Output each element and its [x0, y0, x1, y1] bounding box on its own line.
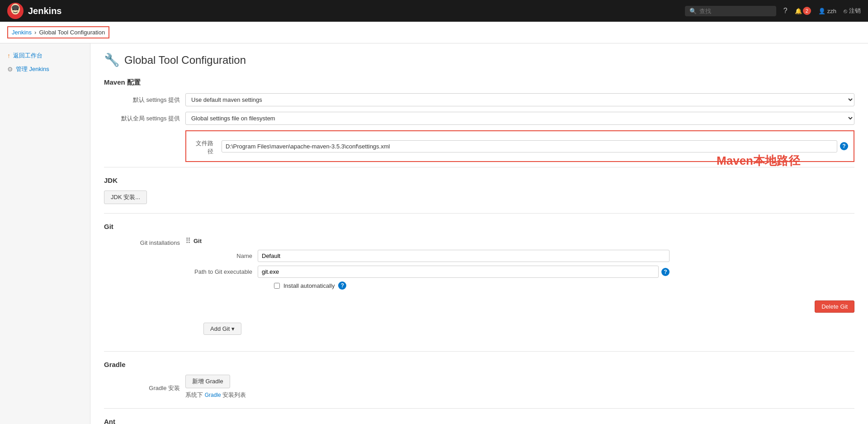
search-icon: 🔍: [689, 8, 697, 14]
breadcrumb: Jenkins › Global Tool Configuration: [0, 22, 868, 43]
logout-label: 注销: [849, 7, 861, 15]
ant-section-title: Ant: [104, 418, 854, 424]
git-card: ⠿ Git Name: [185, 237, 670, 293]
user-icon: 👤: [818, 8, 826, 14]
git-path-label: Path to Git executable: [185, 268, 258, 275]
logout-icon: ⎋: [844, 8, 847, 14]
git-card-name: Git: [193, 238, 202, 244]
gradle-list-text: 系统下: [185, 391, 203, 398]
maven-section: Maven 配置 默认 settings 提供 Use default mave…: [104, 78, 854, 162]
gear-icon: ⚙: [7, 66, 13, 73]
svg-point-3: [12, 9, 14, 10]
git-name-label: Name: [185, 252, 258, 259]
file-path-input[interactable]: [222, 140, 837, 152]
username: zzh: [827, 8, 836, 14]
gradle-install-row: Gradle 安装 新增 Gradle 系统下 Gradle 安装列表: [104, 375, 854, 399]
gradle-section: Gradle Gradle 安装 新增 Gradle 系统下 Gradle 安装…: [104, 361, 854, 399]
jdk-install-button[interactable]: JDK 安装...: [104, 191, 147, 204]
install-auto-help-icon[interactable]: ?: [338, 281, 346, 290]
breadcrumb-home[interactable]: Jenkins: [12, 29, 32, 36]
git-name-input[interactable]: [258, 250, 670, 262]
svg-point-4: [17, 9, 19, 10]
bell-icon: 🔔: [795, 8, 802, 14]
notification-bell[interactable]: 🔔 2: [795, 7, 811, 15]
jenkins-logo: [7, 3, 24, 19]
jdk-section-title: JDK: [104, 176, 854, 186]
default-settings-row: 默认 settings 提供 Use default maven setting…: [104, 93, 854, 106]
default-settings-label: 默认 settings 提供: [104, 93, 185, 104]
wrench-icon: 🔧: [104, 52, 120, 67]
add-git-button-wrap: Add Git ▾: [203, 323, 241, 335]
git-installations-row: Git installations ⠿ Git Name: [104, 237, 854, 342]
jdk-section: JDK JDK 安装...: [104, 176, 854, 204]
git-path-row: Path to Git executable ?: [185, 266, 670, 278]
install-auto-row: Install automatically ?: [203, 281, 670, 290]
install-auto-checkbox[interactable]: [274, 283, 280, 289]
breadcrumb-current: Global Tool Configuration: [39, 29, 105, 36]
page-title-row: 🔧 Global Tool Configuration: [104, 52, 854, 67]
maven-annotation: Maven本地路径: [717, 153, 800, 169]
file-path-help-icon[interactable]: ?: [840, 142, 848, 150]
logout-button[interactable]: ⎋ 注销: [844, 7, 861, 15]
ant-section: Ant: [104, 418, 854, 424]
help-icon[interactable]: ?: [783, 7, 788, 15]
git-section-title: Git: [104, 223, 854, 232]
maven-section-title: Maven 配置: [104, 78, 854, 89]
git-path-help-icon[interactable]: ?: [661, 268, 670, 276]
git-name-row: Name: [185, 250, 670, 262]
app-title: Jenkins: [28, 6, 61, 16]
sidebar-item-manage[interactable]: ⚙ 管理 Jenkins: [0, 62, 90, 76]
search-box: 🔍: [685, 6, 776, 16]
git-path-input[interactable]: [258, 266, 659, 278]
breadcrumb-sep: ›: [34, 29, 36, 36]
sidebar-item-label-manage: 管理 Jenkins: [16, 65, 49, 73]
search-input[interactable]: [699, 8, 772, 14]
sidebar-item-label-back: 返回工作台: [13, 52, 42, 60]
main-content: 🔧 Global Tool Configuration Maven 配置 默认 …: [90, 43, 868, 424]
sidebar-item-back[interactable]: ↑ 返回工作台: [0, 49, 90, 62]
add-gradle-button[interactable]: 新增 Gradle: [185, 375, 230, 388]
gradle-section-title: Gradle: [104, 361, 854, 370]
add-git-button[interactable]: Add Git ▾: [203, 323, 241, 335]
global-settings-label: 默认全局 settings 提供: [104, 112, 185, 123]
notification-count: 2: [803, 7, 811, 15]
add-git-label: Add Git: [210, 325, 230, 332]
default-settings-select[interactable]: Use default maven settings Settings file…: [185, 93, 854, 106]
drag-icon: ⠿: [185, 237, 191, 245]
back-icon: ↑: [7, 52, 10, 59]
gradle-install-label: Gradle 安装: [104, 381, 185, 392]
git-installations-label: Git installations: [104, 237, 185, 246]
global-settings-row: 默认全局 settings 提供 Global settings file on…: [104, 112, 854, 125]
gradle-list-suffix: 安装列表: [222, 391, 246, 398]
delete-git-button[interactable]: Delete Git: [815, 300, 854, 313]
install-auto-label: Install automatically: [283, 282, 335, 289]
gradle-list-link[interactable]: Gradle: [205, 392, 221, 398]
git-section: Git Git installations ⠿ Git Name: [104, 223, 854, 342]
user-info: 👤 zzh: [818, 8, 836, 14]
file-path-label: 文件路径: [192, 137, 219, 156]
page-title: Global Tool Configuration: [124, 54, 246, 67]
git-card-title: ⠿ Git: [185, 237, 670, 245]
sidebar: ↑ 返回工作台 ⚙ 管理 Jenkins: [0, 43, 90, 424]
add-git-dropdown-icon: ▾: [231, 325, 235, 332]
global-settings-select[interactable]: Global settings file on filesystem Use d…: [185, 112, 854, 125]
